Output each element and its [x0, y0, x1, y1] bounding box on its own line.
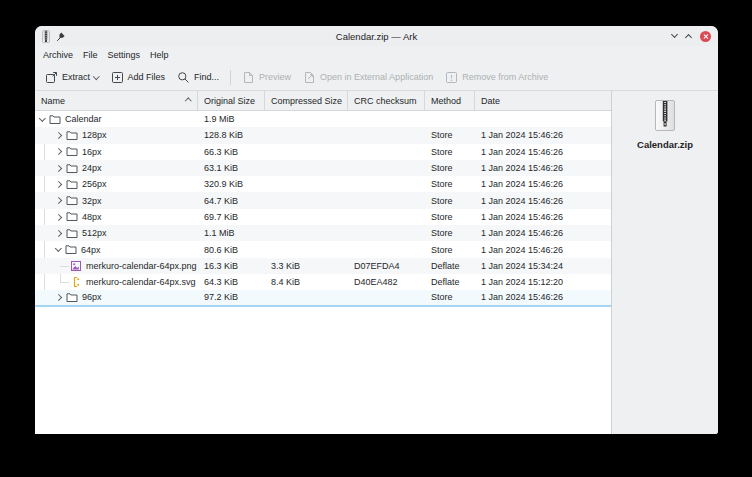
table-row[interactable]: merkuro-calendar-64px.png 16.3 KiB 3.3 K… — [35, 258, 611, 274]
cell-original-size: 64.3 KiB — [198, 277, 265, 287]
cell-method: Store — [425, 196, 475, 206]
cell-crc: D40EA482 — [348, 277, 425, 287]
desktop-background: Calendar.zip — Ark Archive File Settings… — [0, 0, 752, 477]
header-method[interactable]: Method — [425, 91, 475, 110]
expand-chevron-icon[interactable] — [55, 181, 62, 188]
expand-chevron-icon[interactable] — [55, 214, 62, 221]
cell-original-size: 1.9 MiB — [198, 114, 265, 124]
expand-chevron-icon[interactable] — [55, 294, 62, 301]
expand-chevron-icon[interactable] — [55, 230, 62, 237]
add-files-button[interactable]: Add Files — [105, 68, 172, 87]
add-files-icon — [111, 71, 124, 84]
cell-method: Store — [425, 179, 475, 189]
cell-original-size: 80.6 KiB — [198, 245, 265, 255]
cell-date: 1 Jan 2024 15:46:26 — [475, 196, 611, 206]
open-external-label: Open in External Application — [320, 72, 433, 82]
table-row[interactable]: 512px 1.1 MiB Store 1 Jan 2024 15:46:26 — [35, 225, 611, 241]
header-original-size[interactable]: Original Size — [198, 91, 265, 110]
zip-file-icon — [651, 99, 679, 133]
expand-chevron-icon[interactable] — [55, 197, 62, 204]
cell-date: 1 Jan 2024 15:12:20 — [475, 277, 611, 287]
folder-icon — [66, 292, 78, 303]
row-name: 512px — [82, 228, 107, 238]
table-row[interactable]: merkuro-calendar-64px.svg 64.3 KiB 8.4 K… — [35, 274, 611, 290]
cell-date: 1 Jan 2024 15:46:26 — [475, 212, 611, 222]
cell-original-size: 16.3 KiB — [198, 261, 265, 271]
table-row[interactable]: 24px 63.1 KiB Store 1 Jan 2024 15:46:26 — [35, 160, 611, 176]
table-row[interactable]: 96px 97.2 KiB Store 1 Jan 2024 15:46:26 — [35, 290, 611, 306]
extract-icon — [45, 71, 58, 84]
preview-icon — [242, 71, 255, 84]
ark-app-icon — [42, 30, 50, 43]
extract-button[interactable]: Extract — [39, 68, 105, 87]
pin-icon — [56, 31, 66, 42]
expand-chevron-icon[interactable] — [55, 132, 62, 139]
toolbar-separator — [230, 70, 231, 85]
header-date[interactable]: Date — [475, 91, 611, 110]
row-name: 64px — [81, 245, 101, 255]
cell-date: 1 Jan 2024 15:46:26 — [475, 163, 611, 173]
preview-label: Preview — [259, 72, 291, 82]
cell-compressed-size: 3.3 KiB — [265, 261, 348, 271]
remove-from-archive-icon — [445, 71, 458, 84]
table-row[interactable]: 32px 64.7 KiB Store 1 Jan 2024 15:46:26 — [35, 192, 611, 208]
table-row[interactable]: Calendar 1.9 MiB — [35, 111, 611, 127]
cell-method: Store — [425, 245, 475, 255]
menu-archive[interactable]: Archive — [38, 48, 78, 62]
row-name: 24px — [82, 163, 102, 173]
cell-date: 1 Jan 2024 15:46:26 — [475, 292, 611, 302]
cell-date: 1 Jan 2024 15:46:26 — [475, 245, 611, 255]
find-label: Find... — [194, 72, 219, 82]
folder-icon — [66, 211, 78, 222]
collapse-chevron-icon[interactable] — [39, 115, 46, 122]
row-name: 128px — [82, 130, 107, 140]
table-row[interactable]: 48px 69.7 KiB Store 1 Jan 2024 15:46:26 — [35, 209, 611, 225]
remove-from-archive-button: Remove from Archive — [439, 68, 554, 87]
open-external-button: Open in External Application — [297, 68, 439, 87]
table-header: Name Original Size Compressed Size CRC c… — [35, 91, 611, 111]
cell-method: Store — [425, 292, 475, 302]
header-name[interactable]: Name — [35, 91, 198, 110]
menu-file[interactable]: File — [78, 48, 103, 62]
cell-original-size: 320.9 KiB — [198, 179, 265, 189]
maximize-icon[interactable] — [685, 33, 692, 40]
expand-chevron-icon[interactable] — [55, 148, 62, 155]
table-row[interactable]: 64px 80.6 KiB Store 1 Jan 2024 15:46:26 — [35, 241, 611, 257]
cell-original-size: 128.8 KiB — [198, 130, 265, 140]
remove-from-archive-label: Remove from Archive — [462, 72, 548, 82]
window-title: Calendar.zip — Ark — [35, 31, 718, 42]
table-row[interactable]: 16px 66.3 KiB Store 1 Jan 2024 15:46:26 — [35, 144, 611, 160]
cell-original-size: 69.7 KiB — [198, 212, 265, 222]
table-row[interactable]: 256px 320.9 KiB Store 1 Jan 2024 15:46:2… — [35, 176, 611, 192]
folder-icon — [66, 195, 78, 206]
folder-icon — [65, 244, 77, 255]
extract-label: Extract — [62, 72, 90, 82]
expand-chevron-icon[interactable] — [55, 165, 62, 172]
close-icon[interactable] — [700, 31, 711, 42]
cell-date: 1 Jan 2024 15:46:26 — [475, 130, 611, 140]
tree-branch-line — [60, 266, 69, 267]
collapse-chevron-icon[interactable] — [55, 245, 62, 252]
cell-original-size: 63.1 KiB — [198, 163, 265, 173]
header-crc-checksum[interactable]: CRC checksum — [348, 91, 425, 110]
menu-settings[interactable]: Settings — [103, 48, 146, 62]
find-button[interactable]: Find... — [171, 68, 225, 87]
row-name: merkuro-calendar-64px.svg — [86, 277, 196, 287]
row-name: 48px — [82, 212, 102, 222]
titlebar[interactable]: Calendar.zip — Ark — [35, 26, 718, 46]
cell-compressed-size: 8.4 KiB — [265, 277, 348, 287]
svg-image-icon — [70, 276, 82, 288]
menu-help[interactable]: Help — [145, 48, 174, 62]
row-name: 16px — [82, 147, 102, 157]
cell-original-size: 66.3 KiB — [198, 147, 265, 157]
tree-branch-line — [60, 282, 69, 283]
table-body: Calendar 1.9 MiB — [35, 111, 611, 434]
cell-date: 1 Jan 2024 15:46:26 — [475, 179, 611, 189]
cell-method: Deflate — [425, 277, 475, 287]
table-row[interactable]: 128px 128.8 KiB Store 1 Jan 2024 15:46:2… — [35, 127, 611, 143]
minimize-icon[interactable] — [671, 31, 678, 38]
header-compressed-size[interactable]: Compressed Size — [265, 91, 348, 110]
row-name: 32px — [82, 196, 102, 206]
cell-method: Deflate — [425, 261, 475, 271]
folder-icon — [66, 146, 78, 157]
